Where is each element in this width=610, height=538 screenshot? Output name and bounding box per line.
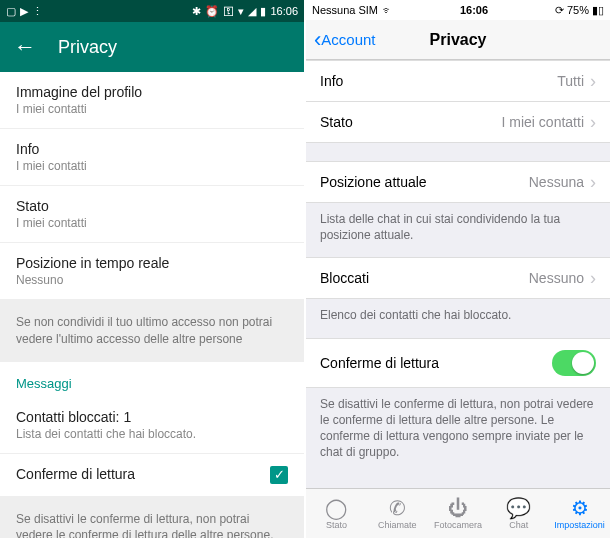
row-title: Posizione in tempo reale [16, 255, 288, 271]
row-sub: I miei contatti [16, 216, 288, 230]
signal-icon: ◢ [248, 5, 256, 18]
cell-conferme[interactable]: Conferme di lettura [306, 338, 610, 388]
row-profile-image[interactable]: Immagine del profilo I miei contatti [0, 72, 304, 129]
row-bloccati[interactable]: Contatti bloccati: 1 Lista dei contatti … [0, 397, 304, 454]
cell-value: Tutti [557, 73, 584, 89]
chevron-left-icon: ‹ [314, 27, 321, 53]
section-messaggi: Messaggi [0, 362, 304, 397]
nav-back-label: Account [321, 31, 375, 48]
camera-icon: ⏻ [448, 498, 468, 518]
toggle-on[interactable] [552, 350, 596, 376]
chevron-right-icon: › [590, 113, 596, 131]
status-circle-icon: ◯ [325, 498, 347, 518]
note-conferme: Se disattivi le conferme di lettura, non… [306, 388, 610, 475]
tab-chiamate[interactable]: ✆Chiamate [367, 489, 428, 538]
row-title: Immagine del profilo [16, 84, 288, 100]
android-screen: ▢ ▶ ⋮ ✱ ⏰ ⚿ ▾ ◢ ▮ 16:06 ← Privacy Immagi… [0, 0, 304, 538]
nav-title: Privacy [430, 31, 487, 49]
alarm-icon: ⏰ [205, 5, 219, 18]
ios-screen: Nessuna SIM ᯤ 16:06 ⟳ 75% ▮▯ ‹ Account P… [306, 0, 610, 538]
play-icon: ▶ [20, 5, 28, 18]
cell-value: Nessuno [529, 270, 584, 286]
checkbox-checked-icon[interactable]: ✓ [270, 466, 288, 484]
cell-stato[interactable]: Stato I miei contatti› [306, 102, 610, 143]
wifi-icon: ᯤ [382, 4, 393, 16]
battery-text: 75% [567, 4, 589, 16]
row-title: Stato [16, 198, 288, 214]
tab-label: Fotocamera [434, 520, 482, 530]
note-conferme: Se disattivi le conferme di lettura, non… [0, 497, 304, 538]
tab-label: Stato [326, 520, 347, 530]
cell-value: Nessuna [529, 174, 584, 190]
ios-tabbar: ◯Stato ✆Chiamate ⏻Fotocamera 💬Chat ⚙Impo… [306, 488, 610, 538]
tab-stato[interactable]: ◯Stato [306, 489, 367, 538]
key-icon: ⚿ [223, 5, 234, 17]
ios-content: Info Tutti› Stato I miei contatti› Posiz… [306, 60, 610, 488]
tab-chat[interactable]: 💬Chat [488, 489, 549, 538]
chevron-right-icon: › [590, 173, 596, 191]
row-title: Contatti bloccati: 1 [16, 409, 288, 425]
battery-icon: ▮▯ [592, 4, 604, 17]
ios-statusbar: Nessuna SIM ᯤ 16:06 ⟳ 75% ▮▯ [306, 0, 610, 20]
dots-icon: ⋮ [32, 5, 43, 18]
cell-bloccati[interactable]: Bloccati Nessuno› [306, 257, 610, 299]
row-sub: Nessuno [16, 273, 288, 287]
chevron-right-icon: › [590, 269, 596, 287]
row-title: Info [16, 141, 288, 157]
cell-value: I miei contatti [502, 114, 584, 130]
cell-label: Bloccati [320, 270, 369, 286]
note-bloccati: Elenco dei contatti che hai bloccato. [306, 299, 610, 337]
row-conferme[interactable]: Conferme di lettura ✓ [0, 454, 304, 497]
row-info[interactable]: Info I miei contatti [0, 129, 304, 186]
nav-back-button[interactable]: ‹ Account [314, 27, 376, 53]
note-accesso: Se non condividi il tuo ultimo accesso n… [0, 300, 304, 362]
note-posizione: Lista delle chat in cui stai condividend… [306, 203, 610, 257]
chat-bubbles-icon: 💬 [506, 498, 531, 518]
bluetooth-icon: ✱ [192, 5, 201, 18]
chevron-right-icon: › [590, 72, 596, 90]
image-icon: ▢ [6, 5, 16, 18]
back-arrow-icon[interactable]: ← [14, 34, 36, 60]
gear-icon: ⚙ [571, 498, 589, 518]
battery-icon: ▮ [260, 5, 266, 18]
rotation-lock-icon: ⟳ [555, 4, 564, 17]
carrier-text: Nessuna SIM [312, 4, 378, 16]
group-gap [306, 143, 610, 161]
row-sub: I miei contatti [16, 102, 288, 116]
phone-icon: ✆ [389, 498, 406, 518]
cell-label: Info [320, 73, 343, 89]
row-sub: I miei contatti [16, 159, 288, 173]
status-time: 16:06 [460, 4, 488, 16]
tab-fotocamera[interactable]: ⏻Fotocamera [428, 489, 489, 538]
cell-label: Stato [320, 114, 353, 130]
android-header: ← Privacy [0, 22, 304, 72]
tab-label: Chat [509, 520, 528, 530]
ios-navbar: ‹ Account Privacy [306, 20, 610, 60]
cell-info[interactable]: Info Tutti› [306, 60, 610, 102]
header-title: Privacy [58, 37, 117, 58]
cell-label: Conferme di lettura [320, 355, 439, 371]
status-time: 16:06 [270, 5, 298, 17]
row-sub: Lista dei contatti che hai bloccato. [16, 427, 288, 441]
cell-posizione[interactable]: Posizione attuale Nessuna› [306, 161, 610, 203]
row-posizione[interactable]: Posizione in tempo reale Nessuno [0, 243, 304, 300]
row-stato[interactable]: Stato I miei contatti [0, 186, 304, 243]
tab-label: Chiamate [378, 520, 417, 530]
row-title: Conferme di lettura [16, 466, 135, 482]
cell-label: Posizione attuale [320, 174, 427, 190]
wifi-icon: ▾ [238, 5, 244, 18]
android-content: Immagine del profilo I miei contatti Inf… [0, 72, 304, 538]
android-statusbar: ▢ ▶ ⋮ ✱ ⏰ ⚿ ▾ ◢ ▮ 16:06 [0, 0, 304, 22]
tab-impostazioni[interactable]: ⚙Impostazioni [549, 489, 610, 538]
tab-label: Impostazioni [554, 520, 605, 530]
